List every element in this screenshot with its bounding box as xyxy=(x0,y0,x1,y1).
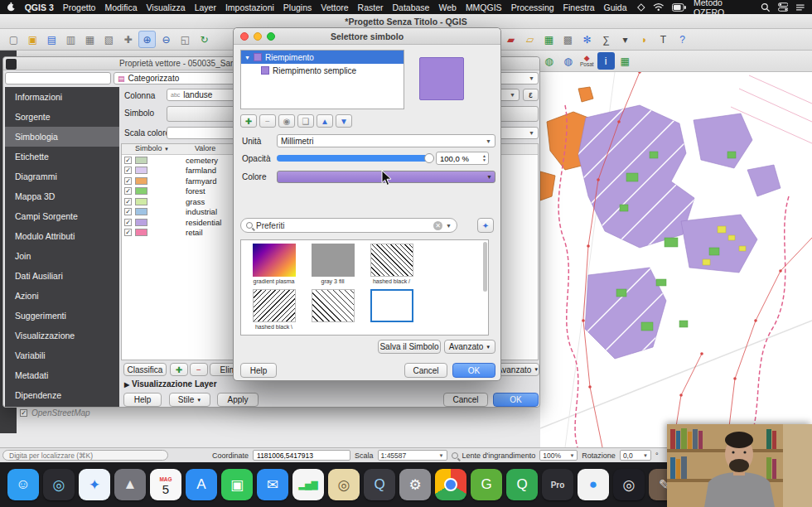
close-icon[interactable] xyxy=(240,32,249,41)
sidebar-item-modulo-attributi[interactable]: Modulo Attributi xyxy=(5,226,119,246)
menu-vettore[interactable]: Vettore xyxy=(321,2,348,12)
chrome-icon[interactable] xyxy=(435,469,466,500)
sidebar-item-informazioni[interactable]: Informazioni xyxy=(5,87,119,107)
checkbox-checked-icon[interactable]: ✓ xyxy=(124,167,132,174)
statistics-icon[interactable]: ∑ xyxy=(597,31,615,48)
zoom-out-icon[interactable]: ⊖ xyxy=(157,31,175,48)
siri-icon[interactable]: ◎ xyxy=(43,469,75,500)
control-center-icon[interactable] xyxy=(778,2,789,12)
menu-database[interactable]: Database xyxy=(393,2,430,12)
field-calculator-icon[interactable]: ▩ xyxy=(559,31,577,48)
menu-modifica[interactable]: Modifica xyxy=(104,2,137,12)
menu-web[interactable]: Web xyxy=(438,2,456,12)
bluetooth-icon[interactable] xyxy=(636,2,646,12)
grass-gis-icon[interactable]: G xyxy=(471,469,502,500)
finder-icon[interactable]: ☺ xyxy=(7,469,39,500)
sidebar-item-simbologia[interactable]: Simbologia xyxy=(5,127,119,147)
numbers-icon[interactable]: ▂▅▇ xyxy=(292,469,324,500)
symbol-preset-gradient-plasma[interactable]: gradient plasma xyxy=(244,244,303,286)
symbol-help-button[interactable]: Help xyxy=(240,363,277,378)
locator-input[interactable] xyxy=(2,450,168,461)
magnifier-spinbox[interactable]: 100% ▼ xyxy=(539,450,578,461)
pan-map-icon[interactable]: ✚ xyxy=(119,31,137,48)
web-globe-icon[interactable]: ◍ xyxy=(540,52,558,70)
checkbox-checked-icon[interactable]: ✓ xyxy=(124,198,132,205)
add-category-button[interactable]: ✚ xyxy=(170,363,188,376)
units-select[interactable]: Millimetri ▼ xyxy=(277,134,495,147)
add-symbol-layer-icon[interactable]: ✚ xyxy=(240,114,257,128)
obs-icon[interactable]: ◎ xyxy=(613,469,645,500)
help-button[interactable]: Help xyxy=(123,393,162,407)
style-manager-button[interactable]: ✦ xyxy=(477,218,494,233)
mail-icon[interactable]: ✉ xyxy=(257,469,288,500)
save-project-icon[interactable]: ▤ xyxy=(43,31,60,48)
quicktime-icon[interactable]: Q xyxy=(364,469,395,500)
new-spatialite-layer-icon[interactable]: ▰ xyxy=(502,31,520,48)
checkbox-checked-icon[interactable]: ✓ xyxy=(124,187,132,195)
new-report-icon[interactable]: ▦ xyxy=(81,31,99,48)
attribute-table-icon[interactable]: ▦ xyxy=(540,31,558,48)
launchpad-icon[interactable]: ▲ xyxy=(114,469,146,500)
sidebar-item-sorgente[interactable]: Sorgente xyxy=(5,107,119,127)
facetime-icon[interactable]: ▣ xyxy=(221,469,253,500)
opacity-spinbox[interactable]: 100,0 % ▲▼ xyxy=(436,152,489,165)
wifi-icon[interactable] xyxy=(653,2,664,12)
avanzato-button[interactable]: Avanzato ▼ xyxy=(496,363,539,376)
move-layer-up-icon[interactable]: ▲ xyxy=(317,114,333,128)
opacity-slider[interactable] xyxy=(277,155,431,162)
chevron-down-icon[interactable]: ▼ xyxy=(446,223,452,229)
symbol-preset-hashed-black[interactable]: hashed black / xyxy=(362,244,421,286)
symbol-preset-gray-3-fill[interactable]: gray 3 fill xyxy=(303,244,362,286)
sidebar-item-variabili[interactable]: Variabili xyxy=(5,345,119,365)
props-ok-button[interactable]: OK xyxy=(493,393,539,407)
duplicate-symbol-layer-icon[interactable]: ❑ xyxy=(297,114,314,128)
sidebar-item-campi-sorgente[interactable]: Campi Sorgente xyxy=(5,206,119,226)
coordinate-label[interactable]: Coordinate xyxy=(212,451,249,460)
rotation-spinbox[interactable]: 0,0 ▼ xyxy=(620,450,651,461)
stepper-icons[interactable]: ▲▼ xyxy=(482,154,486,162)
automator-icon[interactable]: ⚙ xyxy=(399,469,431,500)
checkbox-checked-icon[interactable]: ✓ xyxy=(124,229,132,236)
symbol-search-field[interactable]: Preferiti ✕ ▼ xyxy=(240,218,457,233)
notification-center-icon[interactable] xyxy=(795,3,805,12)
sidebar-item-dipendenze[interactable]: Dipendenze xyxy=(5,385,119,405)
save-symbol-button[interactable]: Salva il Simbolo xyxy=(378,340,441,354)
layer-item-openstreetmap[interactable]: ✓ OpenStreetMap xyxy=(20,408,90,418)
checkbox-checked-icon[interactable]: ✓ xyxy=(124,208,132,215)
google-earth-icon[interactable]: ● xyxy=(578,469,609,500)
sidebar-item-azioni[interactable]: Azioni xyxy=(5,286,119,306)
open-project-icon[interactable]: ▣ xyxy=(24,31,41,48)
zoom-window-icon[interactable] xyxy=(267,32,275,41)
toolbar-options-icon[interactable]: ▾ xyxy=(616,31,634,48)
processing-toolbox-icon[interactable]: ✻ xyxy=(578,31,596,48)
menu-raster[interactable]: Raster xyxy=(358,2,384,12)
qzt-posat-icon[interactable]: ◆Posat xyxy=(578,52,596,70)
layer-rendering-section[interactable]: ▶ Visualizzazione Layer xyxy=(124,379,217,389)
menu-impostazioni[interactable]: Impostazioni xyxy=(225,2,274,12)
symbol-preset-hashed-black[interactable]: hashed black \ xyxy=(244,289,303,331)
menubar-user-label[interactable]: Metodo QZERO xyxy=(694,0,753,17)
expression-button[interactable]: ε xyxy=(523,89,539,101)
annotation-icon[interactable]: ◗ xyxy=(636,31,653,48)
checkbox-checked-icon[interactable]: ✓ xyxy=(124,219,132,226)
scale-select[interactable]: 1:45587 ▼ xyxy=(378,450,447,461)
remove-category-button[interactable]: − xyxy=(190,363,208,376)
apply-button[interactable]: Apply xyxy=(217,393,259,407)
raster-calculator-icon[interactable]: ▦ xyxy=(616,52,634,70)
qgis-icon[interactable]: Q xyxy=(506,469,538,500)
spotlight-icon[interactable] xyxy=(761,2,771,12)
menu-visualizza[interactable]: Visualizza xyxy=(147,2,186,12)
props-cancel-button[interactable]: Cancel xyxy=(443,393,488,407)
symbol-preset-outline-green[interactable] xyxy=(244,335,303,336)
sidebar-item-dati-ausiliari[interactable]: Dati Ausiliari xyxy=(5,266,119,286)
stile-button[interactable]: Stile ▼ xyxy=(169,393,210,407)
properties-search-input[interactable] xyxy=(5,72,111,84)
sidebar-item-join[interactable]: Join xyxy=(5,246,119,266)
safari-icon[interactable]: ✦ xyxy=(79,469,110,500)
sidebar-item-metadati[interactable]: Metadati xyxy=(5,365,119,385)
symbol-preset-outline-blue[interactable] xyxy=(362,289,421,331)
menu-finestra[interactable]: Finestra xyxy=(563,2,595,12)
sidebar-item-diagrammi[interactable]: Diagrammi xyxy=(5,167,119,186)
checkbox-checked-icon[interactable]: ✓ xyxy=(124,157,132,164)
new-geopackage-layer-icon[interactable]: ▱ xyxy=(521,31,539,48)
